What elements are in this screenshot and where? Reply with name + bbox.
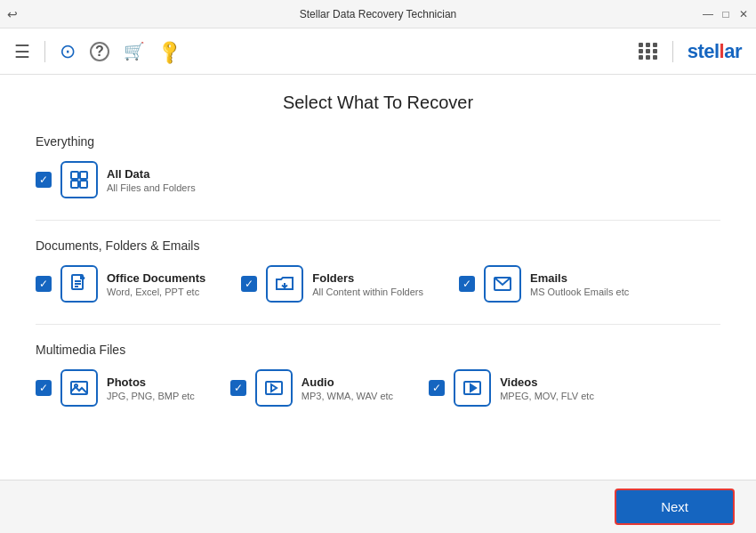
section-everything-title: Everything: [36, 134, 720, 149]
checkmark-icon-6: ✓: [234, 383, 243, 393]
photos-label: Photos: [107, 376, 195, 389]
folders-sublabel: All Content within Folders: [312, 287, 423, 297]
toolbar-right: stellar: [639, 40, 742, 63]
audio-text: Audio MP3, WMA, WAV etc: [302, 376, 393, 401]
all-data-label: All Data: [107, 167, 196, 181]
menu-icon[interactable]: ☰: [14, 41, 30, 62]
bottom-bar: Next: [0, 480, 756, 533]
office-docs-label: Office Documents: [107, 271, 205, 285]
multimedia-options: ✓ Photos JPG, PNG, BMP etc ✓: [36, 369, 720, 407]
toolbar: ☰ ⊙ ? 🛒 🔑 stellar: [0, 28, 756, 75]
audio-label: Audio: [302, 376, 393, 389]
svg-rect-11: [266, 382, 282, 394]
toolbar-separator-1: [44, 41, 45, 62]
stellar-logo: stellar: [688, 40, 742, 63]
option-folders: ✓ Folders All Content within Folders: [241, 265, 423, 303]
option-videos: ✓ Videos MPEG, MOV, FLV etc: [429, 369, 594, 407]
documents-options: ✓ Office Documents Word, Excel, PPT etc: [36, 265, 720, 303]
checkmark-icon-3: ✓: [245, 279, 253, 289]
option-photos: ✓ Photos JPG, PNG, BMP etc: [36, 369, 195, 407]
all-data-text: All Data All Files and Folders: [107, 167, 196, 193]
photos-text: Photos JPG, PNG, BMP etc: [107, 376, 195, 401]
folders-checkbox[interactable]: ✓: [241, 276, 257, 292]
maximize-button[interactable]: □: [720, 9, 731, 20]
checkmark-icon-4: ✓: [462, 279, 471, 289]
videos-label: Videos: [500, 376, 594, 389]
section-multimedia-title: Multimedia Files: [36, 343, 720, 357]
main-content: Select What To Recover Everything ✓ Al: [0, 75, 756, 480]
svg-rect-0: [71, 172, 78, 179]
audio-checkbox[interactable]: ✓: [230, 380, 246, 396]
option-audio: ✓ Audio MP3, WMA, WAV etc: [230, 369, 393, 407]
title-bar-controls: — □ ✕: [703, 9, 749, 20]
photos-checkbox[interactable]: ✓: [36, 380, 52, 396]
logo-text: stellar: [688, 40, 742, 63]
audio-sublabel: MP3, WMA, WAV etc: [302, 391, 393, 401]
all-data-sublabel: All Files and Folders: [107, 182, 196, 193]
page-title: Select What To Recover: [36, 93, 720, 113]
option-office-docs: ✓ Office Documents Word, Excel, PPT etc: [36, 265, 205, 303]
emails-sublabel: MS Outlook Emails etc: [530, 287, 629, 297]
divider-1: [36, 220, 720, 221]
videos-icon: [454, 369, 491, 407]
videos-checkbox[interactable]: ✓: [429, 380, 445, 396]
photos-sublabel: JPG, PNG, BMP etc: [107, 391, 195, 401]
back-icon[interactable]: ↩: [7, 7, 18, 21]
emails-checkbox[interactable]: ✓: [459, 276, 475, 292]
checkmark-icon-7: ✓: [432, 383, 441, 393]
office-docs-sublabel: Word, Excel, PPT etc: [107, 287, 205, 297]
toolbar-left: ☰ ⊙ ? 🛒 🔑: [14, 40, 181, 63]
section-multimedia: Multimedia Files ✓ Photos JPG, PNG, BMP …: [36, 343, 720, 407]
history-icon[interactable]: ⊙: [60, 40, 76, 63]
folders-label: Folders: [312, 271, 423, 285]
all-data-checkbox[interactable]: ✓: [36, 172, 52, 188]
app-title: Stellar Data Recovery Technician: [300, 8, 457, 20]
office-docs-text: Office Documents Word, Excel, PPT etc: [107, 271, 205, 297]
checkmark-icon-5: ✓: [39, 383, 48, 393]
apps-grid-icon[interactable]: [639, 43, 658, 60]
minimize-button[interactable]: —: [703, 9, 713, 20]
emails-label: Emails: [530, 271, 629, 285]
section-documents: Documents, Folders & Emails ✓: [36, 238, 720, 303]
photos-icon: [60, 369, 98, 407]
help-icon[interactable]: ?: [90, 42, 109, 61]
section-everything: Everything ✓ All Data All Files and Fol: [36, 134, 720, 198]
title-bar: ↩ Stellar Data Recovery Technician — □ ✕: [0, 0, 756, 28]
svg-rect-1: [80, 172, 87, 179]
videos-text: Videos MPEG, MOV, FLV etc: [500, 376, 594, 401]
everything-options: ✓ All Data All Files and Folders: [36, 161, 720, 198]
audio-icon: [255, 369, 293, 407]
section-documents-title: Documents, Folders & Emails: [36, 238, 720, 253]
folders-icon: [266, 265, 303, 303]
divider-2: [36, 324, 720, 325]
emails-icon: [484, 265, 521, 303]
folders-text: Folders All Content within Folders: [312, 271, 423, 297]
office-docs-checkbox[interactable]: ✓: [36, 276, 52, 292]
office-docs-icon: [60, 265, 98, 303]
videos-sublabel: MPEG, MOV, FLV etc: [500, 391, 594, 401]
title-bar-center: Stellar Data Recovery Technician: [300, 8, 457, 20]
option-emails: ✓ Emails MS Outlook Emails etc: [459, 265, 629, 303]
logo-separator: [672, 41, 673, 62]
next-button[interactable]: Next: [615, 489, 735, 525]
cart-icon[interactable]: 🛒: [124, 41, 145, 61]
key-icon[interactable]: 🔑: [155, 36, 184, 66]
svg-rect-2: [71, 181, 78, 188]
emails-text: Emails MS Outlook Emails etc: [530, 271, 629, 297]
close-button[interactable]: ✕: [738, 9, 749, 20]
checkmark-icon: ✓: [39, 174, 48, 185]
all-data-icon: [60, 161, 98, 198]
svg-rect-3: [80, 181, 87, 188]
option-all-data: ✓ All Data All Files and Folders: [36, 161, 196, 198]
title-bar-left: ↩: [7, 7, 18, 21]
checkmark-icon-2: ✓: [39, 279, 48, 289]
